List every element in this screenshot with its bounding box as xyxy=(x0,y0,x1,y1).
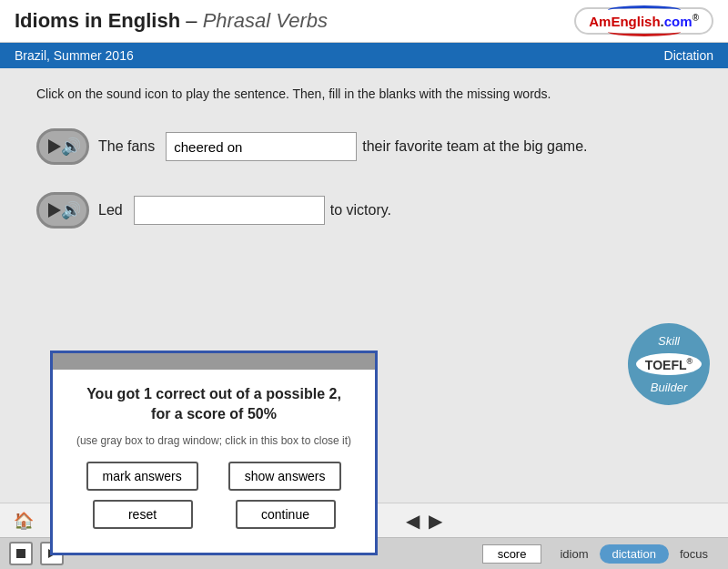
tab-idiom[interactable]: idiom xyxy=(549,544,599,564)
tab-focus[interactable]: focus xyxy=(669,544,719,564)
sound-button-1[interactable]: 🔊 xyxy=(36,128,89,165)
page-title: Idioms in English – Phrasal Verbs xyxy=(15,9,328,33)
tab-group: idiom dictation focus xyxy=(549,544,719,564)
answer-input-2[interactable] xyxy=(134,196,325,225)
prev-arrow[interactable]: ◀ xyxy=(406,510,420,532)
logo-oval: AmEnglish.com® xyxy=(574,7,713,35)
location-label: Brazil, Summer 2016 xyxy=(15,48,134,63)
speaker-icon-1: 🔊 xyxy=(61,137,81,157)
score-text: You got 1 correct out of a possible 2,fo… xyxy=(71,384,357,425)
sentence-row-2: 🔊 Led to victory. xyxy=(36,192,692,229)
speaker-icon-2: 🔊 xyxy=(61,200,81,220)
sentence-1-suffix: their favorite team at the big game. xyxy=(362,138,587,155)
show-answers-button[interactable]: show answers xyxy=(228,462,342,491)
mode-label: Dictation xyxy=(664,48,713,63)
logo-arc-top xyxy=(608,5,681,15)
continue-button[interactable]: continue xyxy=(236,500,336,529)
popup-btn-row-2: reset continue xyxy=(71,500,357,529)
toefl-badge: Skill TOEFL® Builder xyxy=(628,323,710,405)
score-button[interactable]: score xyxy=(482,544,542,564)
page-header: Idioms in English – Phrasal Verbs AmEngl… xyxy=(0,0,728,43)
next-arrow[interactable]: ▶ xyxy=(429,510,442,532)
reset-button[interactable]: reset xyxy=(93,500,193,529)
main-content: Click on the sound icon to play the sent… xyxy=(0,68,728,505)
sentence-row-1: 🔊 The fans their favorite team at the bi… xyxy=(36,128,692,165)
instructions-text: Click on the sound icon to play the sent… xyxy=(36,86,692,101)
sound-button-2[interactable]: 🔊 xyxy=(36,192,89,229)
popup-btn-row-1: mark answers show answers xyxy=(71,462,357,491)
home-button[interactable]: 🏠 xyxy=(9,506,38,535)
svg-rect-0 xyxy=(16,549,25,558)
mark-answers-button[interactable]: mark answers xyxy=(86,462,198,491)
sentence-2-prefix: Led xyxy=(98,202,123,218)
logo-arc-bottom xyxy=(608,27,681,36)
sentence-1-prefix: The fans xyxy=(98,138,155,155)
builder-label: Builder xyxy=(651,381,687,394)
popup-hint: (use gray box to drag window; click in t… xyxy=(71,434,357,447)
sentence-2-suffix: to victory. xyxy=(330,202,391,218)
title-subtitle: Phrasal Verbs xyxy=(203,9,328,32)
popup-drag-handle[interactable] xyxy=(53,353,375,370)
answer-input-1[interactable] xyxy=(166,132,357,161)
stop-button[interactable] xyxy=(9,542,33,565)
stop-icon xyxy=(15,548,26,559)
tab-dictation[interactable]: dictation xyxy=(600,544,669,564)
skill-label: Skill xyxy=(658,334,680,348)
logo: AmEnglish.com® xyxy=(574,7,713,35)
subheader: Brazil, Summer 2016 Dictation xyxy=(0,43,728,68)
toefl-r: ® xyxy=(687,357,693,366)
toefl-label: TOEFL® xyxy=(634,351,703,378)
popup-body[interactable]: You got 1 correct out of a possible 2,fo… xyxy=(53,370,375,553)
result-popup[interactable]: You got 1 correct out of a possible 2,fo… xyxy=(50,351,378,555)
